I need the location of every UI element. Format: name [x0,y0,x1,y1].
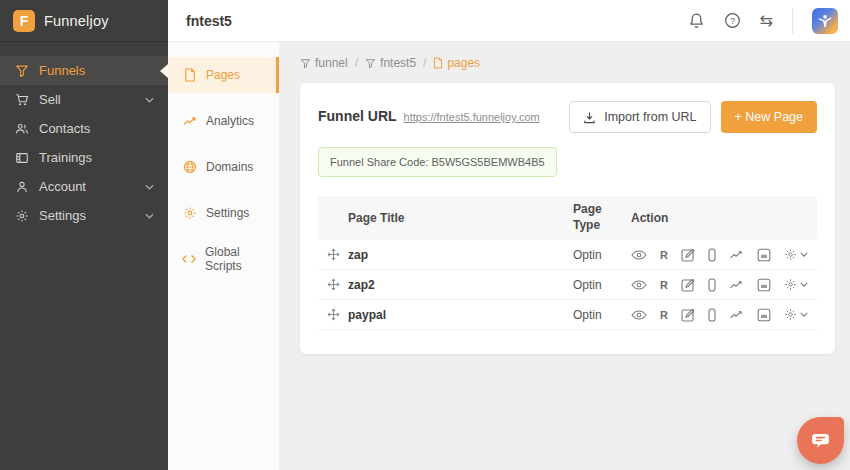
breadcrumb-item-funnel[interactable]: funnel [300,56,348,70]
funnel-icon [365,58,376,69]
gear-icon [182,206,197,220]
breadcrumb-item-fntest5[interactable]: fntest5 [365,56,416,70]
table-row: zap2 Optin R [318,270,817,300]
table-row: paypal Optin R [318,300,817,330]
avatar[interactable] [812,8,838,34]
eye-icon[interactable] [631,280,647,290]
gear-icon [14,209,29,223]
rename-button[interactable]: R [660,309,668,321]
edit-icon[interactable] [681,278,695,292]
trainings-icon [14,151,29,165]
page-settings-dropdown[interactable] [784,278,808,291]
mobile-icon[interactable] [708,308,716,322]
subsidebar-item-global-scripts[interactable]: Global Scripts [168,241,279,277]
sidebar-item-label: Sell [39,92,61,107]
eye-icon[interactable] [631,250,647,260]
gear-icon [784,278,797,291]
breadcrumb-separator: / [355,56,358,70]
subsidebar-item-settings[interactable]: Settings [168,195,279,231]
gear-icon [784,308,797,321]
page-title-cell: zap2 [348,278,573,292]
subsidebar-item-label: Global Scripts [205,245,271,273]
user-icon [14,180,29,194]
subsidebar-item-pages[interactable]: Pages [168,57,279,93]
page-type-cell: Optin [573,308,631,322]
sidebar-item-contacts[interactable]: Contacts [0,114,168,143]
sidebar-item-settings[interactable]: Settings [0,201,168,230]
funnel-share-code: Funnel Share Code: B5W5GS5BEMWB4B5 [318,147,557,177]
table-body: zap Optin R [318,240,817,330]
new-page-button[interactable]: + New Page [721,101,817,133]
import-from-url-button[interactable]: Import from URL [569,101,710,133]
row-actions: R [631,278,817,292]
rename-button[interactable]: R [660,279,668,291]
chevron-down-icon [145,213,154,219]
rename-button[interactable]: R [660,249,668,261]
sidebar-item-trainings[interactable]: Trainings [0,143,168,172]
drag-handle-icon[interactable] [318,308,348,321]
breadcrumb-item-pages[interactable]: pages [433,56,480,70]
topbar-actions: ? ⇆ [688,8,838,34]
template-icon[interactable] [757,308,771,322]
sidebar-item-funnels[interactable]: Funnels [0,56,168,85]
subsidebar-item-label: Domains [206,160,253,174]
main-content: funnel / fntest5 / pages Funnel URL http… [280,42,850,470]
page-title-cell: paypal [348,308,573,322]
breadcrumb-label: pages [447,56,480,70]
logo-letter: F [20,13,29,29]
drag-handle-icon[interactable] [318,278,348,291]
template-icon[interactable] [757,248,771,262]
subsidebar-item-label: Settings [206,206,249,220]
card-actions: Import from URL + New Page [569,101,817,133]
eye-icon[interactable] [631,310,647,320]
page-settings-dropdown[interactable] [784,248,808,261]
stats-icon[interactable] [729,280,744,290]
page-icon [433,57,443,69]
page-type-cell: Optin [573,248,631,262]
drag-handle-icon[interactable] [318,248,348,261]
svg-text:?: ? [730,16,735,26]
funnel-sidebar: Pages Analytics Domains Settings Global … [168,42,280,470]
col-page-title: Page Title [348,211,573,225]
globe-icon [182,160,197,174]
logo[interactable]: F Funneljoy [0,0,168,42]
help-icon[interactable]: ? [724,12,741,29]
bell-icon[interactable] [688,12,705,29]
row-actions: R [631,248,817,262]
mobile-icon[interactable] [708,278,716,292]
breadcrumb-label: fntest5 [380,56,416,70]
breadcrumb-label: funnel [315,56,348,70]
cart-icon [14,93,29,107]
breadcrumb: funnel / fntest5 / pages [300,56,835,70]
funnel-url-link[interactable]: https://fntest5.funneljoy.com [404,111,540,123]
sidebar-item-label: Settings [39,208,86,223]
page-title: fntest5 [186,13,232,29]
chat-bubble-icon [811,433,830,448]
page-type-cell: Optin [573,278,631,292]
topbar: fntest5 ? ⇆ [168,0,850,42]
logo-mark: F [13,10,35,32]
subsidebar-item-label: Pages [206,68,240,82]
topbar-divider [792,8,793,34]
subsidebar-item-analytics[interactable]: Analytics [168,103,279,139]
edit-icon[interactable] [681,308,695,322]
subsidebar-item-domains[interactable]: Domains [168,149,279,185]
code-icon [182,254,196,264]
chevron-down-icon [800,312,808,317]
trend-icon [182,116,197,127]
stats-icon[interactable] [729,250,744,260]
funnel-icon [300,58,311,69]
sidebar-item-account[interactable]: Account [0,172,168,201]
chat-launcher[interactable] [797,417,844,464]
swap-icon[interactable]: ⇆ [760,13,773,29]
table-row: zap Optin R [318,240,817,270]
stats-icon[interactable] [729,310,744,320]
sidebar-item-sell[interactable]: Sell [0,85,168,114]
sidebar-item-label: Trainings [39,150,92,165]
chevron-down-icon [145,97,154,103]
page-settings-dropdown[interactable] [784,308,808,321]
mobile-icon[interactable] [708,248,716,262]
edit-icon[interactable] [681,248,695,262]
template-icon[interactable] [757,278,771,292]
sidebar-item-label: Contacts [39,121,90,136]
